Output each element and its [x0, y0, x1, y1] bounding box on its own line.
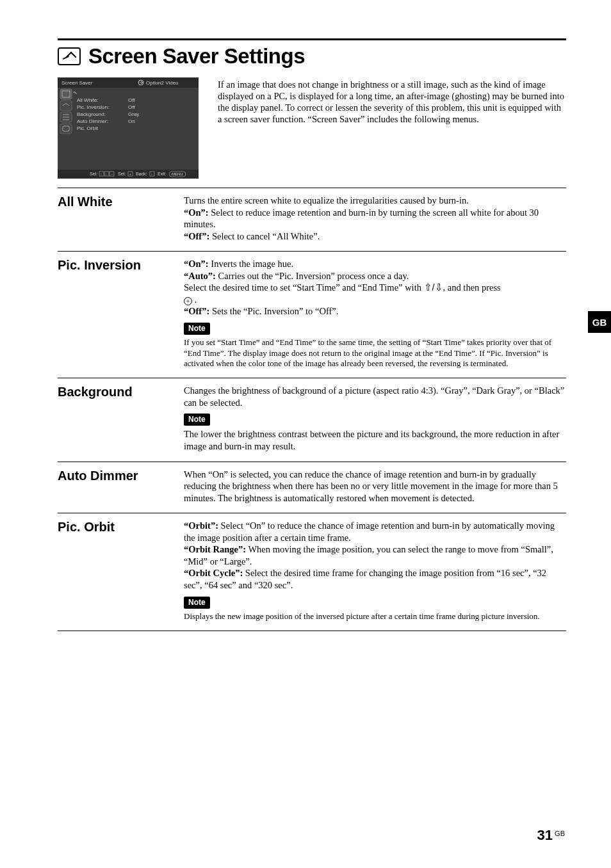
section: Pic. Orbit“Orbit”: Select “On” to reduce…	[58, 513, 566, 631]
shot-foot-menu: MENU	[172, 172, 183, 176]
shot-row-0-label: All White:	[77, 97, 99, 103]
shot-row-3-label: Auto Dimmer:	[77, 118, 108, 124]
body-kv: “On”: Inverts the image hue.	[184, 258, 566, 270]
section: BackgroundChanges the brightness of back…	[58, 378, 566, 462]
shot-row-1-val: Off	[128, 104, 135, 110]
note-label: Note	[184, 597, 210, 609]
intro-row: Screen Saver Option2 Video All White: Of…	[58, 77, 566, 179]
shot-row-0-val: Off	[128, 97, 135, 103]
note-text: If you set “Start Time” and “End Time” t…	[184, 337, 566, 369]
page-title: Screen Saver Settings	[88, 44, 305, 68]
svg-rect-6	[60, 124, 72, 134]
body-select-line: Select the desired time to set “Start Ti…	[184, 282, 566, 294]
body-kv: “Off”: Sets the “Pic. Inversion” to “Off…	[184, 305, 566, 317]
body-kv: “Orbit”: Select “On” to reduce the chanc…	[184, 520, 566, 543]
shot-row-3-val: On	[128, 118, 135, 124]
section-body: Turns the entire screen white to equaliz…	[184, 195, 566, 242]
body-kv: “Off”: Select to cancel “All White”.	[184, 230, 566, 243]
enter-icon-line: + .	[184, 294, 566, 306]
note-label: Note	[184, 323, 210, 335]
section-body: “Orbit”: Select “On” to reduce the chanc…	[184, 520, 566, 622]
svg-text:↑: ↑	[100, 172, 102, 176]
section-body: Changes the brightness of background of …	[184, 385, 566, 453]
note-label: Note	[184, 414, 210, 426]
section-heading: Pic. Inversion	[58, 258, 176, 369]
svg-text:+: +	[129, 172, 132, 176]
shot-source: Option2 Video	[146, 80, 179, 86]
title-row: Screen Saver Settings	[58, 44, 566, 68]
shot-foot-sel: Sel:	[90, 172, 97, 176]
section-heading: Background	[58, 385, 176, 453]
shot-foot-set: Set:	[118, 172, 126, 176]
note-text: The lower the brightness contrast betwee…	[184, 428, 566, 452]
shot-row-2-val: Gray	[128, 111, 139, 117]
section: All WhiteTurns the entire screen white t…	[58, 188, 566, 251]
svg-text:↓: ↓	[105, 172, 107, 176]
end-rule	[58, 631, 566, 631]
body-kv: “Orbit Cycle”: Select the desired time f…	[184, 567, 566, 591]
enter-plus-icon: +	[184, 297, 192, 305]
page-number: 31GB	[537, 827, 565, 844]
section: Auto DimmerWhen “On” is selected, you ca…	[58, 462, 566, 513]
svg-rect-4	[60, 100, 72, 111]
note-text: Displays the new image position of the i…	[184, 611, 566, 622]
svg-text:→: →	[110, 172, 114, 176]
svg-text:←: ←	[151, 172, 154, 176]
shot-title: Screen Saver	[61, 80, 93, 86]
body-kv: “Orbit Range”: When moving the image pos…	[184, 543, 566, 567]
shot-row-2-label: Background:	[77, 111, 106, 117]
up-down-arrows-icon: ⇧/⇩	[424, 282, 443, 293]
page-number-big: 31	[537, 827, 553, 843]
section-heading: All White	[58, 195, 176, 242]
shot-foot-back: Back:	[136, 172, 147, 176]
section-heading: Auto Dimmer	[58, 469, 176, 504]
top-rule	[58, 38, 566, 40]
intro-text: If an image that does not change in brig…	[218, 77, 566, 179]
body-text: When “On” is selected, you can reduce th…	[184, 469, 566, 504]
section-heading: Pic. Orbit	[58, 520, 176, 622]
body-text: Turns the entire screen white to equaliz…	[184, 195, 566, 207]
body-kv: “On”: Select to reduce image retention a…	[184, 207, 566, 230]
shot-row-4-label: Pic. Orbit	[77, 125, 99, 131]
region-tab: GB	[588, 311, 611, 333]
shot-row-1-label: Pic. Inversion:	[77, 104, 109, 110]
menu-screenshot: Screen Saver Option2 Video All White: Of…	[58, 77, 199, 179]
body-text: Changes the brightness of background of …	[184, 385, 566, 408]
shot-foot-exit: Exit:	[158, 172, 167, 176]
page-number-suffix: GB	[555, 830, 565, 837]
section-body: When “On” is selected, you can reduce th…	[184, 469, 566, 504]
section-body: “On”: Inverts the image hue.“Auto”: Carr…	[184, 258, 566, 369]
wrench-icon	[58, 47, 81, 65]
section: Pic. Inversion“On”: Inverts the image hu…	[58, 251, 566, 378]
body-kv: “Auto”: Carries out the “Pic. Inversion”…	[184, 270, 566, 282]
